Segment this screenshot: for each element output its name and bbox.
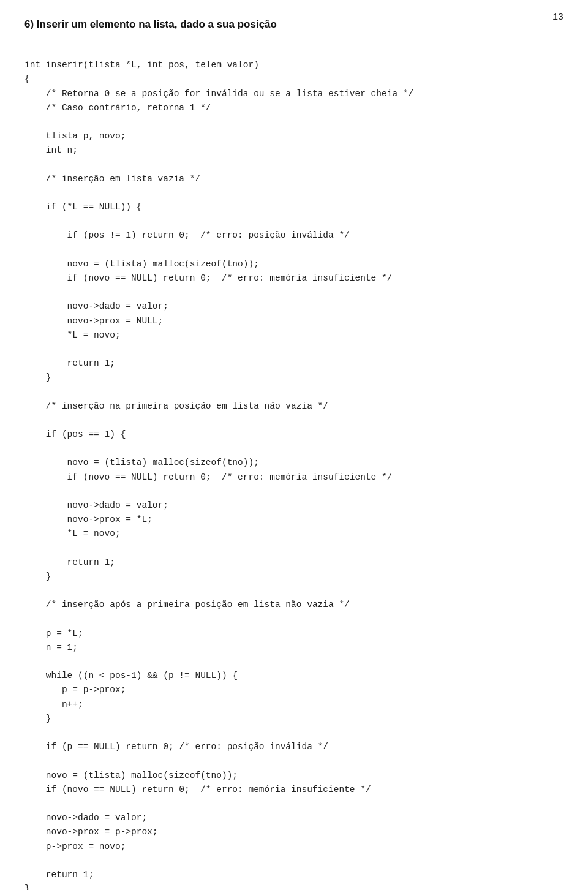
code-line: int n; bbox=[24, 143, 564, 157]
code-line: n++; bbox=[24, 698, 564, 712]
code-block: int inserir(tlista *L, int pos, telem va… bbox=[24, 44, 564, 890]
code-line: /* inserção após a primeira posição em l… bbox=[24, 598, 564, 612]
code-line: if (novo == NULL) return 0; /* erro: mem… bbox=[24, 470, 564, 485]
code-line: *L = novo; bbox=[24, 328, 564, 342]
code-line: novo = (tlista) malloc(sizeof(tno)); bbox=[24, 257, 564, 271]
code-line bbox=[24, 754, 564, 768]
code-line: return 1; bbox=[24, 868, 564, 882]
code-line: /* inserção na primeira posição em lista… bbox=[24, 399, 564, 413]
code-line bbox=[24, 854, 564, 868]
code-line bbox=[24, 485, 564, 499]
code-line: /* Caso contrário, retorna 1 */ bbox=[24, 101, 564, 115]
code-line: } bbox=[24, 371, 564, 385]
code-line: novo->dado = valor; bbox=[24, 499, 564, 513]
code-line: } bbox=[24, 882, 564, 890]
code-line: p->prox = novo; bbox=[24, 840, 564, 854]
code-line bbox=[24, 44, 564, 58]
code-line bbox=[24, 115, 564, 129]
code-line: novo->prox = NULL; bbox=[24, 314, 564, 328]
code-line: if (p == NULL) return 0; /* erro: posiçã… bbox=[24, 740, 564, 754]
code-line: while ((n < pos-1) && (p != NULL)) { bbox=[24, 669, 564, 683]
code-line: tlista p, novo; bbox=[24, 129, 564, 143]
section-title: Inserir um elemento na lista, dado a sua… bbox=[37, 18, 277, 30]
code-line: if (novo == NULL) return 0; /* erro: mem… bbox=[24, 783, 564, 797]
code-line bbox=[24, 413, 564, 428]
code-line bbox=[24, 613, 564, 627]
code-line: n = 1; bbox=[24, 641, 564, 655]
code-line: return 1; bbox=[24, 356, 564, 371]
code-line bbox=[24, 214, 564, 228]
code-line: novo->dado = valor; bbox=[24, 811, 564, 825]
code-line bbox=[24, 726, 564, 740]
code-line: /* inserção em lista vazia */ bbox=[24, 172, 564, 186]
code-line bbox=[24, 797, 564, 811]
code-line: if (*L == NULL)) { bbox=[24, 200, 564, 214]
code-line: return 1; bbox=[24, 556, 564, 570]
code-line: novo->prox = *L; bbox=[24, 513, 564, 527]
code-line: novo = (tlista) malloc(sizeof(tno)); bbox=[24, 456, 564, 470]
code-line: } bbox=[24, 712, 564, 726]
code-line: *L = novo; bbox=[24, 527, 564, 541]
code-line bbox=[24, 342, 564, 356]
page-number: 13 bbox=[552, 12, 564, 23]
code-line: if (pos != 1) return 0; /* erro: posição… bbox=[24, 228, 564, 243]
code-line bbox=[24, 243, 564, 257]
code-line: novo->prox = p->prox; bbox=[24, 825, 564, 839]
code-line bbox=[24, 442, 564, 456]
code-line: p = p->prox; bbox=[24, 683, 564, 697]
code-line: { bbox=[24, 72, 564, 86]
code-line bbox=[24, 158, 564, 172]
code-line: } bbox=[24, 570, 564, 584]
code-line: /* Retorna 0 se a posição for inválida o… bbox=[24, 87, 564, 101]
code-line bbox=[24, 385, 564, 399]
code-line: p = *L; bbox=[24, 627, 564, 641]
code-line: int inserir(tlista *L, int pos, telem va… bbox=[24, 58, 564, 72]
section-heading: 6) Inserir um elemento na lista, dado a … bbox=[24, 18, 564, 31]
section-number: 6) bbox=[24, 18, 34, 30]
code-line bbox=[24, 541, 564, 556]
code-line: if (novo == NULL) return 0; /* erro: mem… bbox=[24, 271, 564, 285]
code-line bbox=[24, 186, 564, 200]
code-line bbox=[24, 285, 564, 300]
code-line: novo = (tlista) malloc(sizeof(tno)); bbox=[24, 769, 564, 783]
code-line: if (pos == 1) { bbox=[24, 428, 564, 442]
code-line: novo->dado = valor; bbox=[24, 300, 564, 314]
code-line bbox=[24, 655, 564, 669]
code-line bbox=[24, 584, 564, 598]
